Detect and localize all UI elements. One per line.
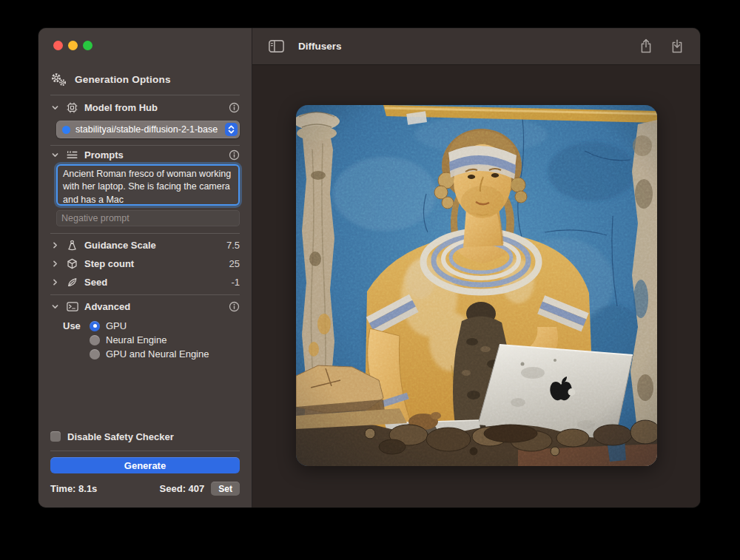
safety-checkbox-label: Disable Safety Checker	[67, 431, 174, 442]
terminal-icon	[65, 302, 79, 311]
scale-mass-icon	[65, 240, 79, 251]
step-count-row[interactable]: Step count 25	[50, 254, 240, 273]
divider	[50, 451, 240, 451]
use-label: Use	[63, 320, 84, 331]
cube-icon	[65, 258, 79, 269]
info-icon[interactable]	[229, 149, 240, 161]
safety-checkbox[interactable]	[50, 431, 61, 442]
generation-options-header: Generation Options	[50, 72, 240, 87]
window-controls	[53, 41, 240, 50]
chevron-down-icon[interactable]	[50, 104, 60, 112]
prompt-input[interactable]: Ancient Roman fresco of woman working wi…	[56, 164, 240, 206]
seed-label: Seed	[84, 277, 107, 288]
step-count-value: 25	[229, 258, 240, 269]
prompts-section-label: Prompts	[84, 149, 124, 161]
seed-value: -1	[231, 277, 240, 288]
last-seed: Seed: 407	[160, 483, 205, 494]
seed-row[interactable]: Seed -1	[50, 273, 240, 291]
diffusers-window: Generation Options Model from Hub	[38, 28, 700, 507]
radio-gpu-and-neural-engine-label: GPU and Neural Engine	[106, 348, 209, 360]
guidance-scale-label: Guidance Scale	[84, 240, 156, 251]
gears-icon	[50, 72, 67, 87]
guidance-scale-row[interactable]: Guidance Scale 7.5	[50, 236, 240, 254]
generate-button[interactable]: Generate	[50, 457, 240, 473]
chevron-down-icon[interactable]	[50, 151, 60, 159]
model-status-dot	[62, 126, 70, 134]
share-icon[interactable]	[639, 38, 653, 54]
close-window-button[interactable]	[53, 41, 63, 50]
window-title: Diffusers	[298, 41, 342, 52]
leaf-icon	[65, 277, 79, 288]
titlebar: Diffusers	[252, 28, 700, 65]
info-icon[interactable]	[229, 301, 240, 312]
divider	[50, 233, 240, 234]
info-icon[interactable]	[229, 102, 240, 113]
radio-gpu[interactable]	[90, 321, 100, 331]
advanced-section-label: Advanced	[84, 301, 130, 312]
model-select-value: stabilityai/stable-diffusion-2-1-base	[75, 124, 220, 135]
sidebar-title: Generation Options	[75, 74, 171, 85]
download-icon[interactable]	[670, 38, 684, 54]
text-quote-icon	[65, 150, 79, 160]
radio-gpu-and-neural-engine[interactable]	[90, 349, 100, 360]
select-stepper-icon[interactable]	[225, 123, 238, 136]
model-section-header[interactable]: Model from Hub	[50, 95, 240, 120]
minimize-window-button[interactable]	[68, 41, 78, 50]
model-select[interactable]: stabilityai/stable-diffusion-2-1-base	[56, 121, 240, 138]
chevron-right-icon[interactable]	[50, 241, 60, 249]
main-panel: Diffusers	[252, 28, 700, 507]
cpu-icon	[65, 102, 79, 113]
prompts-section-header[interactable]: Prompts	[50, 146, 240, 163]
step-count-label: Step count	[84, 258, 134, 269]
negative-prompt-input[interactable]	[56, 210, 240, 226]
advanced-section-header[interactable]: Advanced	[50, 295, 240, 317]
image-canvas	[252, 65, 700, 507]
status-bar: Time: 8.1s Seed: 407 Set	[50, 482, 240, 507]
generation-time: Time: 8.1s	[50, 483, 97, 494]
sidebar: Generation Options Model from Hub	[38, 28, 252, 507]
chevron-right-icon[interactable]	[50, 278, 60, 286]
safety-checker-row[interactable]: Disable Safety Checker	[50, 429, 240, 444]
guidance-scale-value: 7.5	[226, 240, 240, 251]
radio-neural-engine[interactable]	[90, 335, 100, 345]
compute-unit-group: Use GPU Neural Engine GPU and Neural Eng…	[50, 319, 240, 361]
radio-neural-engine-label: Neural Engine	[106, 334, 166, 345]
sidebar-toggle-icon[interactable]	[269, 40, 284, 53]
generated-image[interactable]	[296, 105, 657, 466]
model-section-label: Model from Hub	[84, 102, 158, 113]
zoom-window-button[interactable]	[83, 41, 92, 50]
set-seed-button[interactable]: Set	[211, 482, 240, 496]
chevron-down-icon[interactable]	[50, 303, 60, 311]
radio-gpu-label: GPU	[106, 320, 127, 331]
chevron-right-icon[interactable]	[50, 260, 60, 268]
